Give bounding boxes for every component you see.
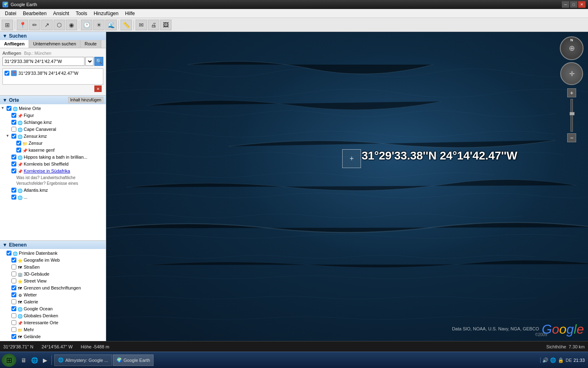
tree-check-hippos[interactable] [11,155,16,159]
tree-item-galerie[interactable]: 🗺 Galerie [6,298,105,305]
tree-check-grenzen[interactable] [11,285,16,290]
tree-item-mehr[interactable]: 📁 Mehr [6,326,105,333]
add-placemark-button[interactable]: 📍 [17,20,28,30]
add-path-button[interactable]: ↗ [41,20,53,30]
menu-hinzufuegen[interactable]: Hinzufügen [90,10,122,17]
ql-ie[interactable]: 🌐 [29,355,39,365]
search-go-button[interactable]: 🔍 [94,57,103,66]
tab-route[interactable]: Route [80,40,101,48]
tab-anfliegen[interactable]: Anfliegen [0,40,29,48]
menu-hilfe[interactable]: Hilfe [122,10,138,17]
tree-item-primaere-db[interactable]: 🌐 Primäre Datenbank [1,250,105,257]
minimize-button[interactable]: ─ [562,1,569,8]
start-button[interactable]: ⊞ [2,354,16,367]
result-checkbox[interactable] [4,71,9,76]
tree-check-figur[interactable] [11,113,16,118]
menu-datei[interactable]: Datei [2,10,20,17]
places-tree[interactable]: ▼ 🌐 Meine Orte 📌 Figur 🌐 [0,104,106,240]
tab-unternehmen[interactable]: Unternehmen suchen [29,40,80,48]
menu-ansicht[interactable]: Ansicht [50,10,72,17]
tree-check-google-ocean[interactable] [11,306,16,311]
tree-check-mehr[interactable] [11,327,16,332]
add-polygon-button[interactable]: ✏ [29,20,40,30]
tree-check-kornkreise-sa[interactable] [11,168,16,173]
add-overlay-button[interactable]: ⬡ [53,20,65,30]
sidebar-toggle-button[interactable]: ⊞ [2,20,13,30]
tree-check-geografie[interactable] [11,258,16,263]
close-button[interactable]: ✕ [578,1,586,8]
tree-item-atlantis[interactable]: 🌐 Atlantis.kmz [6,187,105,194]
tree-item-grenzen[interactable]: 🗺 Grenzen und Beschriftungen [6,285,105,292]
print-button[interactable]: 🖨 [148,20,159,30]
tree-item-hippos[interactable]: 🌐 Hippos taking a bath in brillian... [6,154,105,161]
ql-arrow[interactable]: ▶ [40,355,50,365]
result-item[interactable]: 📍 31°29'33.38''N 24°14'42.47''W [4,70,102,77]
ocean-button[interactable]: 🌊 [105,20,117,30]
search-dropdown[interactable] [85,57,94,66]
compass[interactable]: N ⊕ [559,36,584,61]
zoom-track[interactable] [570,99,573,132]
zoom-out-button[interactable]: − [567,133,576,142]
tree-check-meine-orte[interactable] [7,106,11,111]
tree-check-zensur-sub[interactable] [16,141,21,146]
search-close-button[interactable]: ✕ [94,85,102,92]
tree-item-zensur-sub[interactable]: 📁 Zensur [11,140,105,147]
tree-item-wetter[interactable]: ⚙ Wetter [6,292,105,298]
tray-icon-3[interactable]: 🔒 [558,357,564,363]
zoom-handle[interactable] [570,112,575,115]
tree-item-interessante-orte[interactable]: 📌 Interessante Orte [6,319,105,326]
tree-check-globales-denken[interactable] [11,313,16,318]
tree-item-figur[interactable]: 📌 Figur [6,112,105,119]
zoom-in-button[interactable]: + [567,88,576,97]
tree-check-cape[interactable] [11,127,16,132]
tree-item-schlange[interactable]: 🌐 Schlange.kmz [6,119,105,126]
tree-item-geografie[interactable]: ⭐ Geografie im Web [6,257,105,264]
taskbar-app-allmystery[interactable]: 🌐 Allmystery: Google ... [54,355,112,366]
tree-check-galerie[interactable] [11,299,16,304]
ruler-button[interactable]: 📏 [120,20,132,30]
tree-check-schlange[interactable] [11,120,16,125]
tree-item-globales-denken[interactable]: 🌐 Globales Denken [6,312,105,319]
historical-imagery-button[interactable]: 🕐 [81,20,92,30]
tree-check-more[interactable] [11,195,16,200]
tree-check-street-view[interactable] [11,278,16,283]
save-image-button[interactable]: 🖼 [160,20,172,30]
tree-item-kaserne[interactable]: 📌 kaserne genf [11,147,105,154]
ql-show-desktop[interactable]: 🖥 [19,355,29,365]
tree-check-kaserne[interactable] [16,148,21,153]
taskbar-app-google-earth[interactable]: 🌍 Google Earth [113,355,154,366]
tree-item-cape[interactable]: 🌐 Cape Canaveral [6,126,105,133]
tree-check-strassen[interactable] [11,265,16,269]
record-tour-button[interactable]: ◉ [66,20,77,30]
maximize-button[interactable]: □ [570,1,577,8]
email-button[interactable]: ✉ [136,20,147,30]
tree-item-gelaende[interactable]: 🗺 Gelände [6,333,105,340]
tree-item-3d-gebaeude[interactable]: 🏢 3D-Gebäude [6,271,105,278]
tray-icon-1[interactable]: 🔊 [542,357,548,363]
tree-check-atlantis[interactable] [11,188,16,193]
tree-check-interessante-orte[interactable] [11,320,16,325]
tree-check-wetter[interactable] [11,292,16,297]
sun-button[interactable]: ☀ [93,20,105,30]
search-input[interactable] [2,57,85,66]
tree-item-zensur[interactable]: ▼ 🌐 Zensur.kmz [6,133,105,140]
tray-icon-2[interactable]: 🌐 [550,357,556,363]
tree-item-more[interactable]: 🌐 ... [6,194,105,201]
pan-control[interactable]: ✛ [560,62,583,85]
tree-item-kornkreis[interactable]: 📌 Kornkreis bei Sheffield [6,161,105,168]
tree-item-street-view[interactable]: ⭐ Street View [6,278,105,285]
tree-item-kornkreise-sa[interactable]: 📌 Kornkreise in Südafrika [6,168,105,175]
tree-check-zensur[interactable] [11,134,16,139]
tree-check-3d-gebaeude[interactable] [11,272,16,276]
menu-tools[interactable]: Tools [72,10,90,17]
add-content-button[interactable]: Inhalt hinzufügen [68,97,103,103]
tree-item-strassen[interactable]: 🗺 Straßen [6,264,105,271]
menu-bearbeiten[interactable]: Bearbeiten [20,10,50,17]
tree-check-kornkreis[interactable] [11,162,16,166]
tree-item-google-ocean[interactable]: 🌐 Google Ocean [6,305,105,312]
tree-item-meine-orte[interactable]: ▼ 🌐 Meine Orte [1,105,105,112]
tree-check-gelaende[interactable] [11,334,16,339]
layers-tree[interactable]: 🌐 Primäre Datenbank ⭐ Geografie im Web 🗺 [0,249,106,341]
compass-ring[interactable]: N ⊕ [560,36,584,60]
map-area[interactable]: + 31°29'33.38''N 24°14'42.47''W Data SIO… [106,32,588,341]
